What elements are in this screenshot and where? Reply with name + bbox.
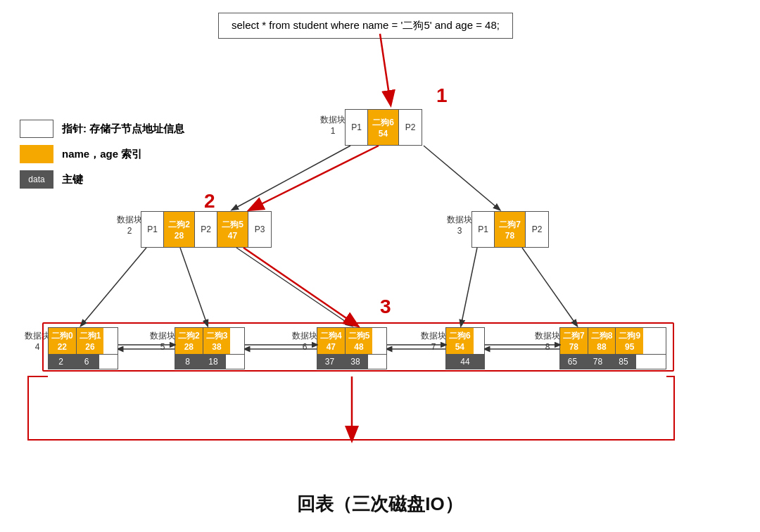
leaf4: 二狗654 44 — [445, 327, 485, 369]
leaf4-disk-label: 数据块7 — [421, 331, 446, 353]
svg-line-4 — [81, 248, 146, 326]
data-box: data — [20, 170, 53, 189]
leaf2: 二狗228 二狗338 8 18 — [175, 327, 245, 369]
svg-line-7 — [243, 248, 357, 326]
leaf3-key1: 38 — [343, 355, 368, 369]
step-3: 3 — [380, 296, 391, 318]
index-label: name，age 索引 — [62, 148, 142, 161]
leaf2-name0: 二狗228 — [175, 328, 203, 354]
legend-data: data 主键 — [20, 170, 184, 189]
pointer-label: 指针: 存储子节点地址信息 — [62, 122, 184, 136]
mr-p2: P2 — [526, 212, 548, 247]
leaf2-disk-label: 数据块5 — [150, 331, 175, 353]
svg-line-2 — [424, 146, 500, 210]
leaf4-name0: 二狗654 — [446, 328, 474, 354]
ml-key1: 二狗2 28 — [164, 212, 195, 247]
legend-pointer: 指针: 存储子节点地址信息 — [20, 120, 184, 138]
mr-p1: P1 — [472, 212, 495, 247]
svg-line-9 — [522, 248, 577, 326]
svg-line-1 — [232, 146, 350, 210]
index-box — [20, 145, 53, 163]
mid-left-node: P1 二狗2 28 P2 二狗5 47 P3 — [141, 211, 272, 248]
ml-key2: 二狗5 47 — [217, 212, 248, 247]
leaf5-key2: 85 — [611, 355, 636, 369]
leaf4-key0: 44 — [446, 355, 484, 369]
leaf1-name1: 二狗126 — [77, 328, 104, 354]
mid-left-disk-label: 数据块2 — [117, 215, 142, 236]
leaf2-name1: 二狗338 — [203, 328, 231, 354]
leaf5-key1: 78 — [585, 355, 611, 369]
root-disk-label: 数据块1 — [320, 115, 346, 137]
leaf5-key0: 65 — [560, 355, 585, 369]
svg-line-3 — [250, 146, 379, 210]
leaf5-disk-label: 数据块8 — [535, 331, 560, 353]
leaf1-name0: 二狗022 — [49, 328, 77, 354]
leaf2-key1: 18 — [201, 355, 226, 369]
svg-line-5 — [180, 248, 208, 326]
ml-p3: P3 — [248, 212, 271, 247]
leaf3: 二狗447 二狗548 37 38 — [317, 327, 387, 369]
mr-key1: 二狗7 78 — [495, 212, 526, 247]
leaf5-name0: 二狗778 — [560, 328, 588, 354]
leaf1-key0: 2 — [49, 355, 74, 369]
root-key: 二狗6 54 — [368, 110, 399, 145]
step-1: 1 — [436, 84, 448, 107]
mid-right-node: P1 二狗7 78 P2 — [471, 211, 549, 248]
ml-p2: P2 — [195, 212, 217, 247]
step-2: 2 — [204, 190, 215, 213]
leaf5: 二狗778 二狗888 二狗995 65 78 85 — [559, 327, 666, 369]
sql-text: select * from student where name = '二狗5'… — [232, 19, 500, 31]
bottom-text: 回表（三次磁盘IO） — [0, 492, 760, 517]
leaf1: 二狗022 二狗126 2 6 — [48, 327, 118, 369]
leaf3-key0: 37 — [317, 355, 343, 369]
svg-line-6 — [236, 248, 352, 326]
ml-p1: P1 — [141, 212, 164, 247]
leaf5-name2: 二狗995 — [616, 328, 643, 354]
root-node: P1 二狗6 54 P2 — [345, 109, 422, 146]
root-p2: P2 — [399, 110, 422, 145]
svg-line-0 — [380, 34, 391, 104]
leaf3-name1: 二狗548 — [346, 328, 373, 354]
page-container: select * from student where name = '二狗5'… — [0, 0, 760, 532]
leaf1-disk-label: 数据块4 — [25, 331, 50, 353]
leaf3-disk-label: 数据块6 — [292, 331, 317, 353]
legend: 指针: 存储子节点地址信息 name，age 索引 data 主键 — [20, 120, 184, 196]
svg-line-8 — [461, 248, 477, 326]
leaf1-key1: 6 — [74, 355, 99, 369]
root-p1: P1 — [346, 110, 368, 145]
pointer-box — [20, 120, 53, 138]
bottom-text-content: 回表（三次磁盘IO） — [297, 493, 462, 514]
data-label: 主键 — [62, 173, 83, 186]
leaf3-name0: 二狗447 — [317, 328, 346, 354]
leaf5-name1: 二狗888 — [588, 328, 616, 354]
mid-right-disk-label: 数据块3 — [447, 215, 472, 236]
arrows-svg — [0, 0, 760, 532]
leaf2-key0: 8 — [175, 355, 201, 369]
sql-box: select * from student where name = '二狗5'… — [218, 13, 513, 39]
legend-index: name，age 索引 — [20, 145, 184, 163]
